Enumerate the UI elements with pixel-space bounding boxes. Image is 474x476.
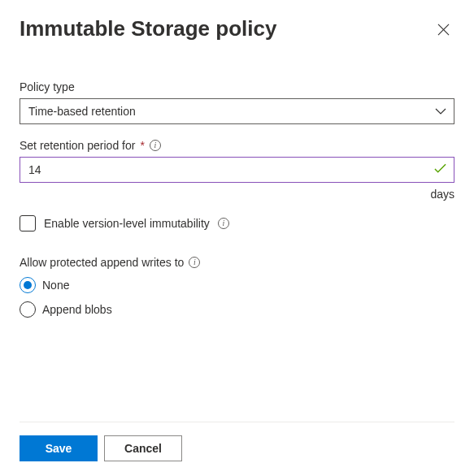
version-level-checkbox[interactable] (20, 215, 36, 232)
retention-period-group: Set retention period for * i days (20, 139, 454, 201)
retention-period-input-wrapper (20, 157, 454, 183)
info-icon[interactable]: i (150, 140, 161, 151)
cancel-button[interactable]: Cancel (104, 435, 182, 461)
save-button[interactable]: Save (20, 435, 98, 461)
policy-type-label: Policy type (20, 80, 454, 93)
dialog-footer: Save Cancel (20, 422, 454, 476)
radio-control[interactable] (20, 277, 36, 293)
radio-control[interactable] (20, 301, 36, 318)
dialog-content: Policy type Time-based retention Set ret… (20, 80, 454, 422)
retention-period-label: Set retention period for (20, 139, 135, 152)
dialog-title: Immutable Storage policy (20, 16, 276, 41)
immutable-storage-policy-dialog: Immutable Storage policy Policy type Tim… (0, 0, 474, 476)
retention-period-input[interactable] (20, 157, 454, 183)
dialog-header: Immutable Storage policy (20, 16, 454, 41)
info-icon[interactable]: i (189, 257, 200, 268)
radio-label: Append blobs (42, 303, 112, 316)
radio-label: None (42, 279, 69, 292)
close-icon (437, 24, 450, 38)
append-writes-option-none[interactable]: None (20, 277, 454, 293)
append-writes-label: Allow protected append writes to (20, 256, 184, 269)
append-writes-label-row: Allow protected append writes to i (20, 256, 454, 269)
version-level-checkbox-row[interactable]: Enable version-level immutability i (20, 215, 454, 232)
close-button[interactable] (435, 23, 451, 39)
info-icon[interactable]: i (218, 218, 229, 229)
policy-type-value: Time-based retention (20, 98, 454, 124)
retention-period-unit: days (20, 188, 454, 201)
retention-period-label-row: Set retention period for * i (20, 139, 454, 152)
required-indicator: * (140, 139, 144, 152)
policy-type-select[interactable]: Time-based retention (20, 98, 454, 124)
policy-type-group: Policy type Time-based retention (20, 80, 454, 124)
append-writes-option-append-blobs[interactable]: Append blobs (20, 301, 454, 318)
append-writes-group: Allow protected append writes to i None … (20, 256, 454, 318)
version-level-label: Enable version-level immutability (44, 217, 210, 230)
